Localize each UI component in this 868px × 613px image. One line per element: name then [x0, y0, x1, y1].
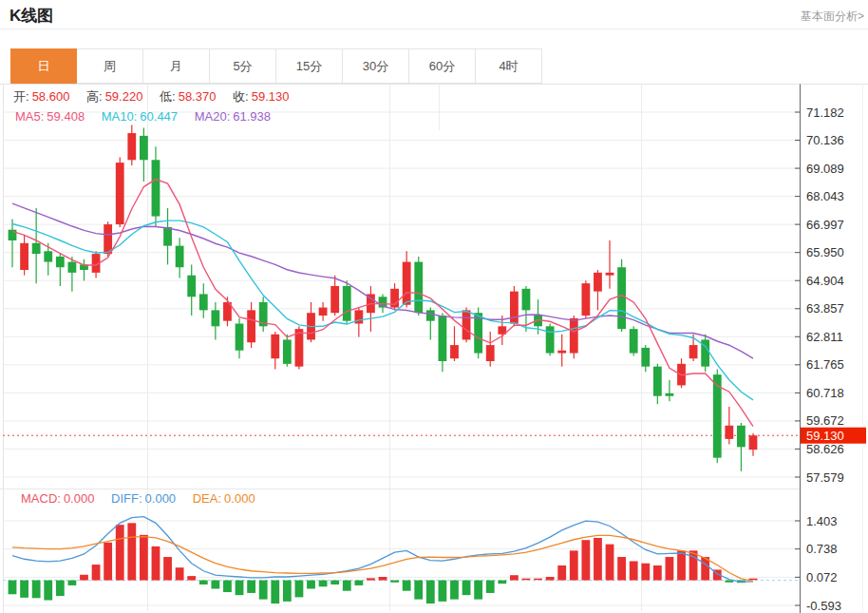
tab-60分[interactable]: 60分: [409, 48, 476, 84]
macd-bar: [641, 564, 650, 581]
macd-bar: [319, 581, 328, 587]
macd-bar: [163, 557, 172, 581]
candle: [630, 329, 638, 353]
tab-5分[interactable]: 5分: [210, 48, 276, 84]
candle: [510, 292, 519, 324]
candle: [581, 283, 590, 316]
candle: [426, 310, 435, 320]
candle: [522, 289, 531, 311]
macd-bar: [68, 581, 77, 585]
current-price-badge-label: 59.130: [806, 429, 844, 443]
macd-bar: [187, 576, 196, 580]
candle: [653, 367, 662, 396]
macd-bar: [236, 581, 244, 596]
candle: [116, 163, 124, 224]
candle: [283, 339, 292, 363]
macd-bar: [546, 577, 555, 581]
macd-bar: [498, 581, 506, 584]
tab-月[interactable]: 月: [143, 48, 210, 84]
macd-bar: [403, 581, 411, 591]
macd-bar: [116, 525, 124, 580]
macd-bar: [127, 523, 136, 580]
macd-bar: [223, 581, 232, 592]
close-label: 收:: [233, 89, 249, 104]
macd-bar: [486, 581, 495, 593]
y-axis-tick-label: 71.182: [806, 105, 844, 120]
macd-bar: [570, 550, 578, 580]
candle: [749, 435, 758, 450]
candle: [462, 310, 471, 339]
macd-bar: [104, 543, 112, 581]
period-tabbar: 日周月5分15分30分60分4时: [10, 48, 542, 84]
dea-value: 0.000: [224, 491, 255, 506]
macd-bar: [152, 546, 160, 581]
tab-周[interactable]: 周: [77, 48, 143, 84]
y-axis-tick-label: 59.672: [806, 413, 844, 428]
macd-bar: [414, 581, 423, 600]
y-axis-tick-label: 57.579: [806, 470, 844, 485]
macd-bar: [199, 581, 208, 584]
candle: [403, 262, 411, 305]
diff-value: 0.000: [145, 491, 177, 506]
fundamental-analysis-link[interactable]: 基本面分析>: [801, 9, 864, 25]
macd-bar: [259, 581, 268, 600]
y-axis-tick-label: 69.089: [806, 162, 844, 176]
candle: [641, 348, 650, 367]
high-value: 59.220: [105, 89, 143, 104]
open-value: 58.600: [32, 89, 70, 104]
tab-4时[interactable]: 4时: [476, 48, 542, 84]
candle: [557, 351, 566, 354]
macd-bar: [247, 581, 255, 593]
macd-bar: [295, 581, 304, 598]
macd-bar: [581, 540, 590, 580]
candle: [594, 273, 602, 292]
ma10-label: MA10:: [102, 109, 138, 124]
candle: [546, 326, 555, 353]
macd-bar: [283, 581, 292, 602]
y-axis-tick-label: 0.072: [806, 570, 838, 584]
macd-bar: [307, 581, 315, 589]
macd-bar: [80, 575, 88, 581]
candle: [20, 243, 28, 270]
macd-bar: [343, 581, 351, 591]
tab-15分[interactable]: 15分: [276, 48, 343, 84]
close-value: 59.130: [252, 89, 290, 104]
macd-bar: [510, 575, 519, 580]
tab-30分[interactable]: 30分: [343, 48, 409, 84]
candle: [152, 160, 160, 216]
ohlc-info-row: 开:58.600 高:59.220 低:58.370 收:59.130: [13, 88, 302, 105]
macd-bar: [379, 577, 387, 581]
macd-bar: [176, 567, 184, 580]
candle: [737, 426, 745, 448]
macd-bar: [474, 581, 482, 600]
macd-info-row: MACD:0.000 DIFF:0.000 DEA:0.000: [21, 491, 269, 506]
ma10-value: 60.447: [140, 109, 178, 124]
y-axis-tick-label: 58.626: [806, 442, 844, 456]
macd-bar: [677, 550, 686, 580]
tab-日[interactable]: 日: [10, 48, 77, 84]
macd-bar: [271, 581, 279, 604]
macd-bar: [630, 561, 638, 580]
candle: [319, 308, 328, 316]
y-axis-tick-label: 0.738: [806, 542, 838, 556]
candle: [163, 227, 172, 246]
candle: [450, 345, 459, 358]
macd-bar: [56, 581, 65, 596]
candle: [104, 224, 112, 254]
y-axis-tick-label: 1.403: [806, 514, 838, 528]
macd-label: MACD:: [21, 491, 61, 506]
page-title: K线图: [9, 5, 53, 27]
macd-bar: [390, 581, 399, 583]
macd-bar: [211, 581, 219, 589]
y-axis-tick-label: 60.718: [806, 386, 844, 400]
diff-label: DIFF:: [111, 491, 142, 506]
y-axis-tick-label: 66.997: [806, 218, 844, 232]
candle: [414, 262, 423, 314]
candle: [44, 251, 52, 261]
macd-bar: [32, 581, 41, 599]
macd-bar: [354, 581, 363, 585]
macd-bar: [439, 581, 447, 602]
macd-bar: [749, 579, 758, 581]
macd-bar: [557, 565, 566, 581]
macd-bar: [606, 545, 614, 581]
